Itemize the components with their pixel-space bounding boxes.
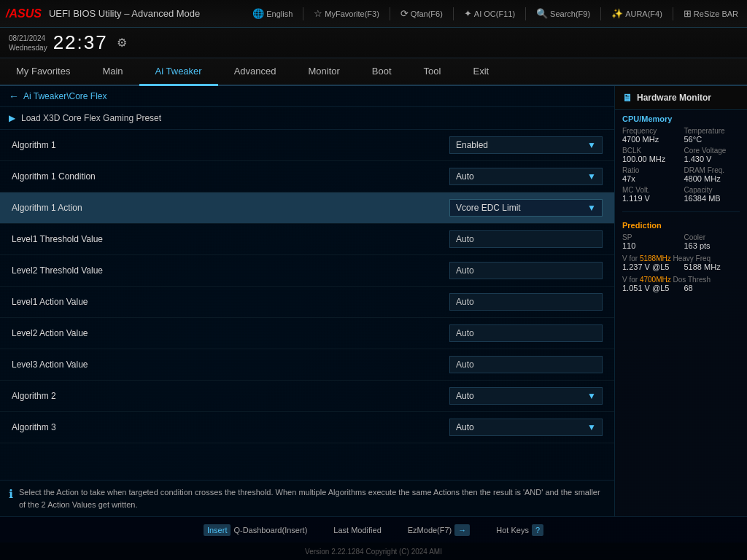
setting-algorithm1[interactable]: Algorithm 1 Enabled ▼: [0, 130, 614, 161]
breadcrumb: ← Ai Tweaker\Core Flex: [0, 86, 614, 107]
algorithm1-value[interactable]: Enabled ▼: [449, 136, 603, 154]
divider4: [525, 7, 526, 20]
level2-threshold-value[interactable]: Auto: [449, 262, 603, 279]
settings-icon[interactable]: ⚙: [117, 36, 127, 50]
version-bar: Version 2.22.1284 Copyright (C) 2024 AMI: [0, 542, 747, 560]
resizebar-btn[interactable]: ⊞ ReSize BAR: [681, 7, 741, 20]
nav-exit[interactable]: Exit: [457, 58, 505, 86]
asus-logo-text: /ASUS: [6, 7, 42, 20]
level2-threshold-field[interactable]: Auto: [449, 262, 603, 279]
cpu-memory-title: CPU/Memory: [622, 114, 740, 123]
setting-level2-action[interactable]: Level2 Action Value Auto: [0, 318, 614, 349]
algorithm1-condition-value[interactable]: Auto ▼: [449, 168, 603, 185]
level2-action-field[interactable]: Auto: [449, 324, 603, 342]
setting-level1-threshold[interactable]: Level1 Threshold Value Auto: [0, 224, 614, 255]
info-icon: ℹ: [9, 487, 13, 501]
qfan-btn[interactable]: ⟳ Qfan(F6): [398, 7, 446, 20]
content-area: ← Ai Tweaker\Core Flex ▶ Load X3D Core F…: [0, 86, 747, 516]
bios-title: UEFI BIOS Utility – Advanced Mode: [49, 8, 200, 19]
algorithm1-action-dropdown[interactable]: Vcore EDC Limit ▼: [449, 199, 603, 217]
search-icon: 🔍: [536, 8, 548, 19]
language-icon: 🌐: [252, 8, 264, 19]
date-display: 08/21/2024 Wednesday: [9, 34, 47, 52]
aioc-btn[interactable]: ✦ AI OC(F11): [461, 7, 518, 20]
prediction-section: Prediction SP 110 Cooler 163 pts V for 5…: [615, 217, 747, 297]
algorithm3-dropdown[interactable]: Auto ▼: [449, 419, 603, 436]
last-modified-btn[interactable]: Last Modified: [328, 523, 387, 537]
divider6: [673, 7, 673, 20]
setting-level3-action[interactable]: Level3 Action Value Auto: [0, 349, 614, 381]
info-text: Select the Action to take when targeted …: [19, 486, 605, 510]
setting-level1-action[interactable]: Level1 Action Value Auto: [0, 287, 614, 318]
aura-icon: ✨: [611, 8, 623, 19]
dropdown-arrow-icon2: ▼: [587, 171, 596, 182]
dropdown-arrow-icon: ▼: [587, 140, 596, 150]
section-header: ▶ Load X3D Core Flex Gaming Preset: [0, 107, 614, 130]
language-btn[interactable]: 🌐 English: [249, 7, 295, 20]
nav-tool[interactable]: Tool: [408, 58, 457, 86]
time-display: 22:37: [53, 31, 108, 54]
nav-bar: My Favorites Main Ai Tweaker Advanced Mo…: [0, 58, 747, 86]
nav-monitor[interactable]: Monitor: [293, 58, 356, 86]
algorithm1-action-value[interactable]: Vcore EDC Limit ▼: [449, 199, 603, 217]
nav-main[interactable]: Main: [86, 58, 139, 86]
aura-btn[interactable]: ✨ AURA(F4): [608, 7, 665, 20]
setting-level2-threshold[interactable]: Level2 Threshold Value Auto: [0, 255, 614, 287]
toolbar-area: 🌐 English ☆ MyFavorite(F3) ⟳ Qfan(F6) ✦ …: [249, 7, 741, 20]
search-btn[interactable]: 🔍 Search(F9): [533, 7, 593, 20]
divider3: [453, 7, 454, 20]
level1-threshold-value[interactable]: Auto: [449, 230, 603, 248]
algorithm3-value[interactable]: Auto ▼: [449, 419, 603, 436]
v-5188-row: V for 5188MHz Heavy Freq 1.237 V @L5 518…: [622, 254, 740, 271]
info-box: ℹ Select the Action to take when targete…: [0, 480, 614, 516]
hot-keys-btn[interactable]: Hot Keys ?: [490, 521, 549, 539]
level1-action-value[interactable]: Auto: [449, 293, 603, 311]
nav-ai-tweaker[interactable]: Ai Tweaker: [139, 58, 218, 86]
hardware-monitor-panel: 🖥 Hardware Monitor CPU/Memory Frequency …: [614, 86, 747, 516]
dropdown-arrow-icon3: ▼: [587, 203, 596, 213]
level1-threshold-field[interactable]: Auto: [449, 230, 603, 248]
nav-my-favorites[interactable]: My Favorites: [0, 58, 86, 86]
section-expand-icon[interactable]: ▶: [9, 113, 15, 123]
setting-algorithm2[interactable]: Algorithm 2 Auto ▼: [0, 381, 614, 412]
level3-action-field[interactable]: Auto: [449, 356, 603, 373]
algorithm2-dropdown[interactable]: Auto ▼: [449, 387, 603, 405]
level2-action-value[interactable]: Auto: [449, 324, 603, 342]
resizebar-icon: ⊞: [684, 8, 692, 19]
hw-divider: [622, 211, 740, 212]
header-bar: /ASUS UEFI BIOS Utility – Advanced Mode …: [0, 0, 747, 28]
algorithm1-condition-dropdown[interactable]: Auto ▼: [449, 168, 603, 185]
prediction-grid: SP 110 Cooler 163 pts: [622, 233, 740, 250]
fav-icon: ☆: [314, 8, 322, 19]
cpu-memory-section: CPU/Memory Frequency 4700 MHz Temperatur…: [615, 110, 747, 207]
divider1: [303, 7, 303, 20]
nav-advanced[interactable]: Advanced: [218, 58, 293, 86]
back-arrow-icon[interactable]: ←: [9, 90, 19, 102]
myfavorite-btn[interactable]: ☆ MyFavorite(F3): [311, 7, 382, 20]
aioc-icon: ✦: [464, 8, 472, 19]
settings-list: Algorithm 1 Enabled ▼ Algorithm 1 Condit…: [0, 130, 614, 480]
monitor-icon: 🖥: [622, 92, 632, 104]
cpu-memory-grid: Frequency 4700 MHz Temperature 56°C BCLK…: [622, 127, 740, 203]
algorithm1-dropdown[interactable]: Enabled ▼: [449, 136, 603, 154]
dropdown-arrow-icon8: ▼: [587, 391, 596, 401]
setting-algorithm3[interactable]: Algorithm 3 Auto ▼: [0, 412, 614, 443]
nav-boot[interactable]: Boot: [356, 58, 408, 86]
setting-algorithm1-action[interactable]: Algorithm 1 Action Vcore EDC Limit ▼: [0, 192, 614, 224]
q-dashboard-btn[interactable]: Insert Q-Dashboard(Insert): [198, 521, 313, 539]
level1-action-field[interactable]: Auto: [449, 293, 603, 311]
setting-algorithm1-condition[interactable]: Algorithm 1 Condition Auto ▼: [0, 161, 614, 192]
footer: Insert Q-Dashboard(Insert) Last Modified…: [0, 516, 747, 542]
divider2: [390, 7, 390, 20]
ez-mode-btn[interactable]: EzMode(F7) →: [402, 521, 476, 539]
hw-monitor-header: 🖥 Hardware Monitor: [615, 86, 747, 110]
q-dashboard-icon: Insert: [204, 524, 231, 536]
level3-action-value[interactable]: Auto: [449, 356, 603, 373]
ez-mode-icon: →: [454, 524, 470, 536]
algorithm2-value[interactable]: Auto ▼: [449, 387, 603, 405]
qfan-icon: ⟳: [400, 8, 409, 19]
asus-logo: /ASUS: [6, 7, 42, 20]
dropdown-arrow-icon9: ▼: [587, 422, 596, 432]
divider5: [600, 7, 601, 20]
prediction-title: Prediction: [622, 221, 740, 230]
